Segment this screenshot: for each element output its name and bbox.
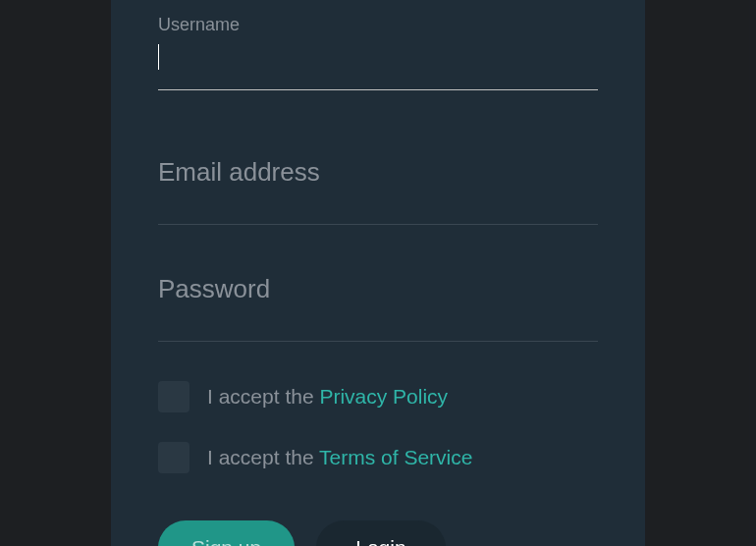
username-label: Username: [158, 15, 598, 35]
text-cursor: [158, 44, 159, 70]
password-label: Password: [158, 274, 598, 304]
email-label: Email address: [158, 157, 598, 188]
terms-prefix: I accept the: [207, 446, 319, 468]
email-input[interactable]: [158, 186, 598, 225]
signup-modal: Username Email address Password I accept…: [111, 0, 645, 546]
terms-checkbox-group: I accept the Terms of Service: [158, 442, 598, 473]
password-input[interactable]: [158, 302, 598, 342]
privacy-prefix: I accept the: [207, 385, 319, 408]
backdrop-left: [0, 0, 111, 546]
privacy-checkbox-group: I accept the Privacy Policy: [158, 381, 598, 412]
terms-checkbox[interactable]: [158, 442, 189, 473]
backdrop-right: [645, 0, 756, 546]
privacy-checkbox[interactable]: [158, 381, 189, 412]
privacy-label: I accept the Privacy Policy: [207, 385, 448, 409]
button-row: Sign up Login: [158, 520, 598, 546]
login-button[interactable]: Login: [316, 520, 445, 546]
signup-button[interactable]: Sign up: [158, 520, 295, 546]
terms-label: I accept the Terms of Service: [207, 446, 472, 469]
username-input[interactable]: [158, 43, 598, 90]
terms-of-service-link[interactable]: Terms of Service: [319, 446, 472, 468]
username-field-group: Username: [158, 15, 598, 90]
password-field-group: Password: [158, 274, 598, 342]
email-field-group: Email address: [158, 157, 598, 225]
privacy-policy-link[interactable]: Privacy Policy: [319, 385, 448, 408]
